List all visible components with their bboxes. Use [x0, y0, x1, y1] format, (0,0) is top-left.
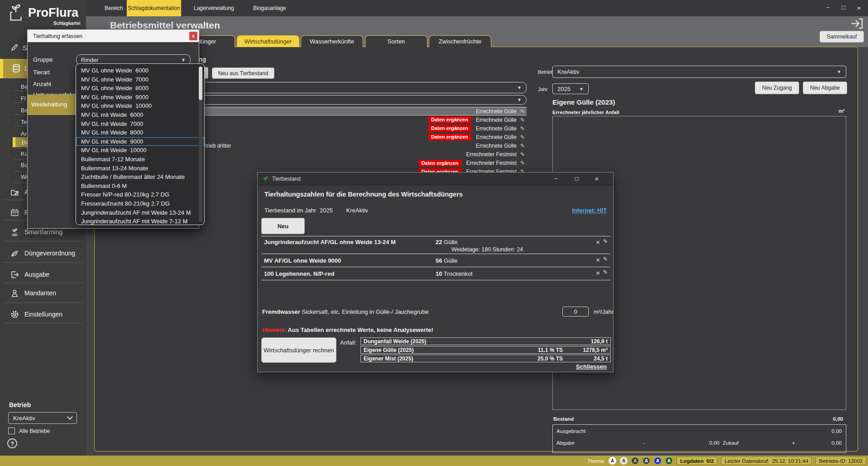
tierbestand-row[interactable]: Jungrinderaufzucht AF/GL ohne Weide 13-2… — [261, 236, 610, 254]
dropdown-option[interactable]: MV GL ohne Weide 7000 — [76, 75, 204, 84]
tierart-dropdown-list: MV GL ohne Weide 6000 MV GL ohne Weide 7… — [76, 63, 205, 225]
daten-ergänzen-badge: Daten ergänzen — [418, 160, 462, 167]
neu-abgabe-label: Neu Abgabe — [810, 85, 840, 91]
dialog-titlebar[interactable]: Tierhaltung erfassen x — [28, 30, 199, 42]
sidebar-subitem[interactable]: Fl — [21, 95, 26, 102]
edit-icon[interactable]: ✎ — [520, 151, 525, 158]
edit-icon[interactable]: ✎ — [603, 238, 608, 246]
sidebar-item-düngeverordnung[interactable]: Düngeverordnung — [0, 245, 86, 261]
edit-icon[interactable]: ✎ — [603, 256, 608, 264]
dropdown-option[interactable]: MV GL ohne Weide 6000 — [76, 66, 204, 75]
neu-aus-tierbestand-button[interactable]: Neu aus Tierbestand — [212, 67, 274, 79]
anfall-row-eigener-mist: Eigener Mist (2025) 25.0 % TS 24,5 t — [360, 355, 611, 362]
dropdown-option[interactable]: MV GL mit Weide 8000 — [76, 128, 204, 137]
dropdown-option[interactable]: MV GL mit Weide 7000 — [76, 120, 204, 129]
abgabe-value: 0,00 — [683, 440, 719, 446]
thema-label: Thema: — [587, 458, 605, 464]
dropdown-option[interactable]: MV GL ohne Weide 8000 — [76, 84, 204, 93]
section-heading-fragment: ng — [198, 56, 206, 63]
edit-icon[interactable]: ✎ — [520, 117, 525, 123]
weidehaltung-section[interactable]: Weidehaltung — [28, 95, 76, 115]
sidebar-subitem[interactable]: Ar — [21, 130, 27, 137]
dropdown-option-selected[interactable]: MV GL mit Weide 9000 — [76, 137, 204, 146]
dialog-minimize-button[interactable]: − — [551, 175, 561, 182]
dropdown-option[interactable]: Bullenmast 0-6 M — [76, 182, 204, 191]
active-accent-bar — [0, 59, 3, 78]
window-maximize-button[interactable]: □ — [839, 4, 849, 11]
dropdown-option[interactable]: Jungrinderaufzucht AF mit Weide 13-24 M — [76, 208, 204, 217]
fremdwasser-label: Fremdwasser Sickersaft, etc. Einleitung … — [262, 308, 429, 315]
tab-sorten[interactable]: Sorten — [365, 35, 427, 47]
theme-button-6[interactable]: A — [665, 457, 673, 465]
dialog-close-button[interactable]: x — [189, 32, 197, 40]
neu-button[interactable]: Neu — [261, 218, 305, 234]
alle-betriebe-checkbox[interactable] — [8, 428, 15, 434]
window-close-button[interactable]: × — [854, 4, 864, 12]
dropdown-option[interactable]: MV GL mit Weide 10000 — [76, 146, 204, 155]
dropdown-option[interactable]: Bullenmast 13-24 Monate — [76, 164, 204, 173]
jahr-select[interactable]: 2025▼ — [552, 83, 589, 94]
sammelkauf-button[interactable]: Sammelkauf — [820, 31, 864, 43]
theme-button-2[interactable]: A — [620, 457, 628, 465]
dropdown-option[interactable]: MV GL mit Weide 6000 — [76, 110, 204, 120]
dropdown-option[interactable]: Fresser N/P-red 80-210kg 2.7 DG — [76, 190, 204, 199]
tab-wasserherkünfte[interactable]: Wasserherkünfte — [301, 35, 363, 47]
dialog-close-button[interactable]: × — [592, 175, 602, 183]
sidebar-item-ausgabe[interactable]: Ausgabe — [0, 267, 86, 282]
dialog-titlebar[interactable]: Tierbestand − □ × — [258, 173, 613, 185]
titlebar-tab-bereich[interactable]: Bereich — [105, 5, 123, 11]
schliessen-link[interactable]: Schliessen — [576, 363, 607, 370]
theme-button-1[interactable]: A — [609, 457, 616, 465]
scrollbar-thumb[interactable] — [199, 67, 202, 100]
sidebar-item-einstellungen[interactable]: Einstellungen — [0, 307, 86, 322]
anzahl-label: Anzahl — [33, 81, 51, 87]
neu-zugang-button[interactable]: Neu Zugang — [755, 82, 799, 94]
dropdown-option[interactable]: Jungrinderaufzucht AF mit Weide 7-12 M — [76, 217, 204, 225]
app-name: ProFlura — [28, 6, 78, 20]
dialog-title: Tierhaltung erfassen — [33, 33, 82, 39]
edit-icon[interactable]: ✎ — [520, 108, 525, 115]
theme-button-5[interactable]: A — [654, 457, 662, 465]
fremdwasser-input[interactable] — [562, 307, 589, 317]
dialog-maximize-button[interactable]: □ — [572, 175, 582, 182]
dropdown-option[interactable]: MV GL ohne Weide 10000 — [76, 101, 204, 110]
help-button[interactable]: ? — [7, 438, 17, 448]
theme-button-3[interactable]: A — [631, 457, 639, 465]
jahr-value: 2025 — [320, 207, 333, 214]
export-icon[interactable] — [849, 17, 864, 30]
titlebar-tab-biogasanlage[interactable]: Biogasanlage — [253, 5, 286, 11]
scrollbar-track[interactable] — [199, 66, 202, 222]
edit-icon[interactable]: ✎ — [603, 269, 608, 277]
window-minimize-button[interactable]: − — [823, 4, 833, 11]
tierbestand-row[interactable]: 100 Legehennen. N/P-red 10 Trockenkot ×✎ — [261, 267, 610, 280]
internet-hit-link[interactable]: Internet: HIT — [572, 207, 607, 214]
sidebar-subitem[interactable]: Te — [21, 119, 27, 125]
theme-button-4[interactable]: A — [643, 457, 650, 465]
delete-icon[interactable]: × — [596, 238, 600, 246]
tab-wirtschaftsdünger[interactable]: Wirtschaftsdünger — [237, 35, 299, 47]
edit-icon[interactable]: ✎ — [520, 143, 525, 149]
tab-zwischenfrüchte[interactable]: Zwischenfrüchte — [429, 35, 491, 47]
betrieb-select[interactable]: KreAktiv▼ — [552, 66, 846, 78]
sidebar-item-label: Mandanten — [24, 289, 56, 297]
tierbestand-row[interactable]: MV AF/GL ohne Weide 9000 56 Gülle ×✎ — [261, 254, 610, 267]
edit-icon[interactable]: ✎ — [520, 160, 525, 166]
delete-icon[interactable]: × — [596, 256, 600, 264]
neu-abgabe-button[interactable]: Neu Abgabe — [803, 82, 847, 94]
titlebar-tab-lagerverwaltung[interactable]: Lagerverwaltung — [194, 5, 234, 11]
sidebar-betrieb-select[interactable]: KreAktiv — [8, 412, 77, 424]
edit-icon[interactable]: ✎ — [520, 125, 525, 132]
logdaten-status[interactable]: Logdaten 0/2 — [676, 456, 717, 465]
dropdown-option[interactable]: Bullenmast 7-12 Monate — [76, 155, 204, 164]
dropdown-option[interactable]: Zuchtbulle / Bullenmast älter 24 Monate — [76, 173, 204, 182]
wirtschaftsdünger-rechnen-button[interactable]: Wirtschaftsdünger rechnen — [261, 337, 336, 363]
delete-icon[interactable]: × — [596, 269, 600, 277]
dropdown-option[interactable]: Fresseraufzucht 80-210kg 2.7 DG — [76, 199, 204, 208]
titlebar-tab-schlagdokumentation[interactable]: Schlagdokumentation — [127, 0, 181, 16]
daten-ergänzen-badge: Daten ergänzen — [428, 116, 471, 123]
edit-icon[interactable]: ✎ — [520, 134, 525, 140]
chevron-down-icon: ▼ — [517, 97, 522, 102]
neu-zugang-label: Neu Zugang — [762, 85, 792, 91]
sidebar-item-mandanten[interactable]: Mandanten — [0, 285, 86, 301]
dropdown-option[interactable]: MV GL ohne Weide 9000 — [76, 93, 204, 102]
